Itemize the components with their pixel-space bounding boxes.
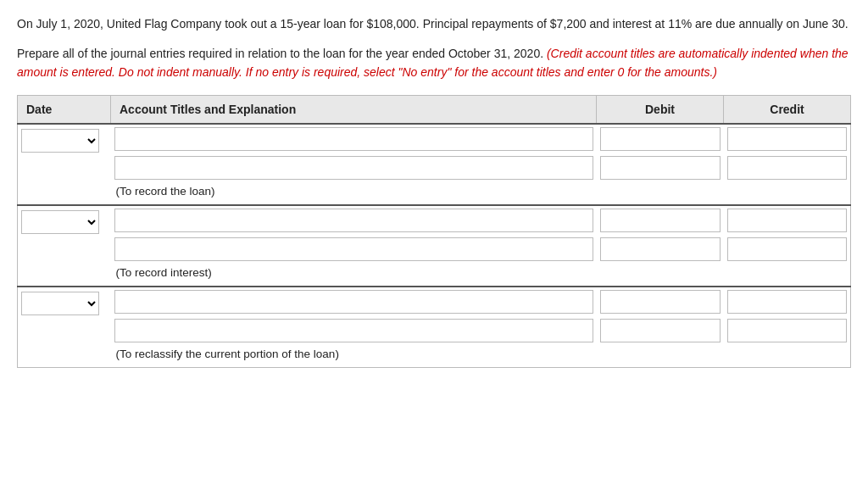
interest-row-1 bbox=[18, 205, 851, 235]
interest-row-2 bbox=[18, 235, 851, 264]
loan-row-2 bbox=[18, 153, 851, 182]
loan-account-input-1[interactable] bbox=[114, 127, 593, 151]
interest-credit-input-2[interactable] bbox=[727, 237, 848, 261]
reclassify-row-1 bbox=[18, 287, 851, 316]
reclassify-debit-input-2[interactable] bbox=[600, 319, 721, 342]
header-debit: Debit bbox=[597, 96, 724, 125]
reclassify-date-select[interactable] bbox=[21, 292, 99, 315]
interest-note-row: (To record interest) bbox=[18, 264, 851, 287]
loan-account-input-2[interactable] bbox=[114, 156, 593, 180]
interest-account-input-1[interactable] bbox=[114, 209, 593, 232]
header-account: Account Titles and Explanation bbox=[111, 96, 597, 125]
loan-credit-input-1[interactable] bbox=[727, 127, 848, 151]
interest-debit-input-2[interactable] bbox=[600, 237, 721, 261]
reclassify-account-input-2[interactable] bbox=[114, 319, 593, 342]
loan-date-select[interactable] bbox=[21, 129, 99, 153]
reclassify-credit-input-1[interactable] bbox=[727, 290, 848, 314]
journal-table: Date Account Titles and Explanation Debi… bbox=[17, 95, 851, 368]
interest-date-select[interactable] bbox=[21, 210, 99, 234]
reclassify-credit-input-2[interactable] bbox=[727, 319, 848, 342]
interest-credit-input-1[interactable] bbox=[727, 209, 848, 232]
loan-debit-input-2[interactable] bbox=[600, 156, 721, 180]
loan-note: (To record the loan) bbox=[116, 185, 215, 198]
loan-debit-input-1[interactable] bbox=[600, 127, 721, 151]
reclassify-note-row: (To reclassify the current portion of th… bbox=[18, 345, 851, 368]
interest-note: (To record interest) bbox=[116, 266, 212, 279]
prepare-paragraph: Prepare all of the journal entries requi… bbox=[17, 45, 851, 81]
reclassify-note: (To reclassify the current portion of th… bbox=[116, 348, 339, 360]
loan-credit-input-2[interactable] bbox=[727, 156, 848, 180]
loan-row-1 bbox=[18, 124, 851, 153]
prepare-text-before: Prepare all of the journal entries requi… bbox=[17, 47, 543, 60]
intro-paragraph: On July 1, 2020, United Flag Company too… bbox=[17, 15, 851, 33]
reclassify-row-2 bbox=[18, 316, 851, 345]
header-credit: Credit bbox=[724, 96, 851, 125]
loan-note-row: (To record the loan) bbox=[18, 182, 851, 205]
reclassify-account-input-1[interactable] bbox=[114, 290, 593, 314]
interest-debit-input-1[interactable] bbox=[600, 209, 721, 232]
header-date: Date bbox=[18, 96, 111, 125]
table-header-row: Date Account Titles and Explanation Debi… bbox=[18, 96, 851, 125]
reclassify-debit-input-1[interactable] bbox=[600, 290, 721, 314]
interest-account-input-2[interactable] bbox=[114, 237, 593, 261]
